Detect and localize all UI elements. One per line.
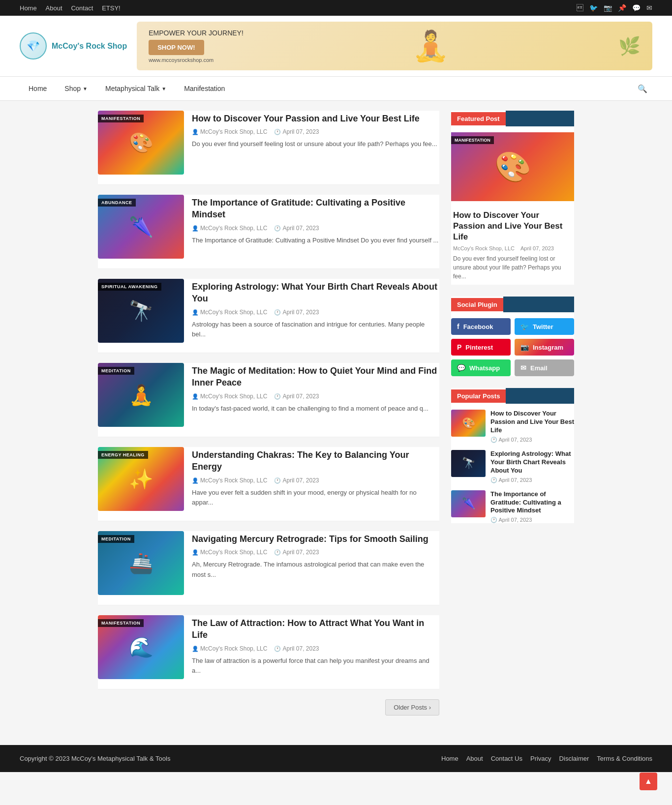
pinterest-button[interactable]: P Pinterest <box>451 339 511 356</box>
article-badge: SPIRITUAL AWAKENING <box>98 283 161 291</box>
article-excerpt: In today's fast-paced world, it can be c… <box>192 404 439 414</box>
pinterest-icon[interactable]: 📌 <box>618 4 626 12</box>
main-content: 🎨 MANIFESTATION How to Discover Your Pas… <box>98 111 439 725</box>
footer-contact-link[interactable]: Contact Us <box>491 755 522 762</box>
article-title[interactable]: The Importance of Gratitude: Cultivating… <box>192 197 439 221</box>
older-posts-section: Older Posts › <box>98 699 439 716</box>
topbar-contact[interactable]: Contact <box>71 4 93 12</box>
article-thumb: 🌊 MANIFESTATION <box>98 615 184 679</box>
facebook-button[interactable]: f Facebook <box>451 318 511 335</box>
metaphysical-dropdown-arrow: ▼ <box>161 86 166 91</box>
nav-shop[interactable]: Shop ▼ <box>56 77 96 100</box>
article-date: April 07, 2023 <box>274 128 319 135</box>
header-banner: EMPOWER YOUR JOURNEY! SHOP NOW! www.mcco… <box>137 22 652 70</box>
article-meta: McCoy's Rock Shop, LLC April 07, 2023 <box>192 128 439 135</box>
banner-shop-btn[interactable]: SHOP NOW! <box>149 40 204 55</box>
topbar-home[interactable]: Home <box>20 4 37 12</box>
article-thumb: 🧘 MEDITATION <box>98 363 184 427</box>
email-button[interactable]: ✉ Email <box>515 359 574 376</box>
footer-privacy-link[interactable]: Privacy <box>530 755 551 762</box>
popular-thumb-img: 🎨 <box>451 410 486 437</box>
article-date: April 07, 2023 <box>274 477 319 484</box>
footer-copyright: Copyright © 2023 McCoy's Metaphysical Ta… <box>20 755 170 762</box>
main-nav: Home Shop ▼ Metaphysical Talk ▼ Manifest… <box>0 76 672 101</box>
email-btn-label: Email <box>530 364 548 372</box>
article-title[interactable]: The Magic of Meditation: How to Quiet Yo… <box>192 365 439 389</box>
social-title-bar <box>503 297 574 312</box>
article-date: April 07, 2023 <box>274 393 319 400</box>
featured-post-title[interactable]: How to Discover Your Passion and Live Yo… <box>453 210 572 242</box>
site-footer: Copyright © 2023 McCoy's Metaphysical Ta… <box>0 745 672 772</box>
popular-section-header: Popular Posts <box>451 388 574 404</box>
instagram-button[interactable]: 📷 Instagram <box>515 339 574 356</box>
banner-url: www.mccoysrockshop.com <box>149 57 244 63</box>
article-title[interactable]: Understanding Chakras: The Key to Balanc… <box>192 449 439 473</box>
sidebar: Featured Post 🎨 MANIFESTATION How to Dis… <box>451 111 574 725</box>
article-excerpt: Ah, Mercury Retrograde. The infamous ast… <box>192 560 439 580</box>
email-icon[interactable]: ✉ <box>646 4 652 12</box>
footer-disclaimer-link[interactable]: Disclaimer <box>559 755 589 762</box>
footer-about-link[interactable]: About <box>466 755 483 762</box>
article-body: The Magic of Meditation: How to Quiet Yo… <box>192 363 439 427</box>
article-body: Understanding Chakras: The Key to Balanc… <box>192 447 439 511</box>
article-author: McCoy's Rock Shop, LLC <box>192 393 267 400</box>
article-title[interactable]: Exploring Astrology: What Your Birth Cha… <box>192 281 439 305</box>
article-author: McCoy's Rock Shop, LLC <box>192 128 267 135</box>
banner-figure: 🧘 <box>412 29 449 63</box>
featured-post-section: Featured Post 🎨 MANIFESTATION How to Dis… <box>451 111 574 285</box>
facebook-btn-icon: f <box>457 323 459 330</box>
whatsapp-button[interactable]: 💬 Whatsapp <box>451 359 511 376</box>
nav-metaphysical[interactable]: Metaphysical Talk ▼ <box>96 77 175 100</box>
article-title[interactable]: Navigating Mercury Retrograde: Tips for … <box>192 533 439 545</box>
topbar-about[interactable]: About <box>46 4 62 12</box>
popular-section-title: Popular Posts <box>451 389 506 403</box>
popular-body: The Importance of Gratitude: Cultivating… <box>490 490 574 524</box>
featured-post-image: 🎨 MANIFESTATION <box>451 132 574 201</box>
article-meta: McCoy's Rock Shop, LLC April 07, 2023 <box>192 477 439 484</box>
social-plugin-section: Social Plugin f Facebook 🐦 Twitter P Pin… <box>451 297 574 376</box>
search-icon[interactable]: 🔍 <box>633 79 652 98</box>
article-title[interactable]: How to Discover Your Passion and Live Yo… <box>192 113 439 124</box>
popular-post-item: 🎨 How to Discover Your Passion and Live … <box>451 410 574 443</box>
whatsapp-btn-label: Whatsapp <box>469 364 500 372</box>
facebook-icon[interactable]:  <box>577 4 583 12</box>
popular-thumb: 🎨 <box>451 410 486 437</box>
popular-post-title[interactable]: Exploring Astrology: What Your Birth Cha… <box>490 450 574 475</box>
popular-thumb-img: 🌂 <box>451 490 486 517</box>
twitter-btn-label: Twitter <box>533 323 553 330</box>
article-badge: MEDITATION <box>98 367 134 375</box>
footer-home-link[interactable]: Home <box>441 755 458 762</box>
article-body: Exploring Astrology: What Your Birth Cha… <box>192 279 439 343</box>
article-body: The Importance of Gratitude: Cultivating… <box>192 195 439 259</box>
twitter-button[interactable]: 🐦 Twitter <box>515 318 574 335</box>
article-badge: MANIFESTATION <box>98 619 144 627</box>
top-bar-nav: Home About Contact ETSY! <box>20 4 127 12</box>
article-card: 🔭 SPIRITUAL AWAKENING Exploring Astrolog… <box>98 279 439 353</box>
logo-text: McCoy's Rock Shop <box>52 41 127 51</box>
article-date: April 07, 2023 <box>274 225 319 232</box>
instagram-icon[interactable]: 📷 <box>604 4 612 12</box>
article-body: Navigating Mercury Retrograde: Tips for … <box>192 531 439 595</box>
whatsapp-icon[interactable]: 💬 <box>632 4 641 12</box>
popular-post-title[interactable]: How to Discover Your Passion and Live Yo… <box>490 410 574 435</box>
article-body: The Law of Attraction: How to Attract Wh… <box>192 615 439 679</box>
article-excerpt: Do you ever find yourself feeling lost o… <box>192 139 439 149</box>
article-meta: McCoy's Rock Shop, LLC April 07, 2023 <box>192 309 439 316</box>
nav-manifestation[interactable]: Manifestation <box>175 77 234 100</box>
topbar-etsy[interactable]: ETSY! <box>102 4 121 12</box>
banner-leaves: 🌿 <box>618 36 641 57</box>
article-meta: McCoy's Rock Shop, LLC April 07, 2023 <box>192 225 439 232</box>
nav-home[interactable]: Home <box>20 77 56 100</box>
popular-post-date: 🕐 April 07, 2023 <box>490 477 574 483</box>
popular-post-item: 🔭 Exploring Astrology: What Your Birth C… <box>451 450 574 483</box>
older-posts-button[interactable]: Older Posts › <box>385 699 439 716</box>
article-title[interactable]: The Law of Attraction: How to Attract Wh… <box>192 617 439 641</box>
logo-area: 💎 McCoy's Rock Shop <box>20 32 127 60</box>
popular-post-title[interactable]: The Importance of Gratitude: Cultivating… <box>490 490 574 515</box>
twitter-icon[interactable]: 🐦 <box>589 4 598 12</box>
article-date: April 07, 2023 <box>274 549 319 556</box>
featured-badge: MANIFESTATION <box>451 136 494 144</box>
pinterest-btn-icon: P <box>457 343 461 351</box>
footer-terms-link[interactable]: Terms & Conditions <box>597 755 652 762</box>
popular-post-date: 🕐 April 07, 2023 <box>490 437 574 443</box>
